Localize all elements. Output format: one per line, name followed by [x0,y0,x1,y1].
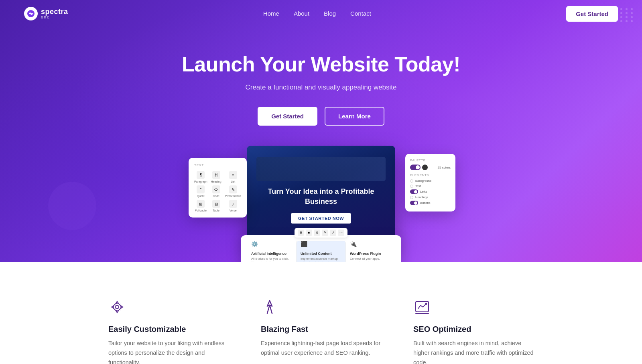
panel-grid: ¶ Paragraph H Heading ≡ List " Quote <> [194,171,241,212]
feature-desc-customizable: Tailor your website to your liking with … [108,339,229,364]
feature-desc-fast: Experience lightning-fast page load spee… [261,339,381,358]
hero-content: Launch Your Website Today! Create a func… [182,52,460,146]
panel-item: ¶ Paragraph [194,171,207,183]
hero-title: Launch Your Website Today! [182,52,460,76]
panel-item: ♪ Verse [225,200,241,212]
nav-link-contact[interactable]: Contact [350,10,371,17]
svg-point-8 [425,303,427,305]
feature-block-seo: SEO Optimized Built with search engines … [413,298,534,364]
feature-desc-seo: Built with search engines in mind, achie… [413,339,534,364]
hero-learn-more-button[interactable]: Learn More [325,107,384,126]
panel-item: ⊞ Pullquote [194,200,207,212]
bottom-toolbar: ⊞ ■ ⊛ ✎ ↗ ⋯ [295,228,347,238]
logo-text: spectra one [41,8,68,19]
panel-item: ✎ Preformatted [225,185,241,197]
feature-title-customizable: Easily Customizable [108,325,186,334]
logo-icon [24,7,38,20]
content-icon: ⬛ [301,241,309,250]
panel-item: <> Code [210,185,223,197]
panel-item: H Heading [210,171,223,183]
feature-title-fast: Blazing Fast [261,325,308,334]
navbar: spectra one Home About Blog Contact Get … [0,0,642,27]
screenshot-bottom-strip: ⊞ ■ ⊛ ✎ ↗ ⋯ ⚙️ Artificial Intelligence A… [241,235,401,262]
screenshot-main-cta[interactable]: GET STARTED NOW [291,213,351,224]
feature-card-plugin: 🔌 WordPress Plugin Connect all your apps… [346,241,395,262]
panel-item: ≡ List [225,171,241,183]
svg-point-1 [30,13,32,14]
hero-get-started-button[interactable]: Get Started [258,107,317,126]
feature-block-fast: Blazing Fast Experience lightning-fast p… [261,298,381,364]
nav-link-about[interactable]: About [294,10,309,17]
toggle-on [410,165,421,170]
panel-item: " Quote [194,185,207,197]
features-section: Easily Customizable Tailor your website … [0,262,642,364]
feature-card-content: ⬛ Unlimited Content Implement accurate m… [297,241,346,262]
nav-link-home[interactable]: Home [263,10,279,17]
screenshot-left-panel: TEXT ¶ Paragraph H Heading ≡ List " Quot… [189,158,247,218]
panel-item: ⊟ Table [210,200,223,212]
hero-section: Launch Your Website Today! Create a func… [0,0,642,262]
seo-icon [413,298,431,316]
nav-link-blog[interactable]: Blog [324,10,336,17]
fast-icon [261,298,278,316]
ai-icon: ⚙️ [251,241,260,250]
hero-subtitle: Create a functional and visually appeali… [182,83,460,92]
decoration-circle [48,182,96,230]
logo-link[interactable]: spectra one [24,7,68,20]
screenshot-main-title: Turn Your Idea into a Profitable Busines… [256,187,386,207]
nav-get-started-button[interactable]: Get Started [566,6,618,22]
hero-screenshots: Turn Your Idea into a Profitable Busines… [217,146,425,262]
nav-links: Home About Blog Contact [263,10,371,17]
feature-card-ai: ⚙️ Artificial Intelligence All it takes … [247,241,297,262]
plugin-icon: 🔌 [350,241,359,250]
feature-title-seo: SEO Optimized [413,325,471,334]
feature-block-customizable: Easily Customizable Tailor your website … [108,298,229,364]
toggle-off [422,165,428,170]
screenshot-right-panel: PALETTE 25 colors ELEMENTS Background Te… [405,154,455,211]
svg-point-2 [116,305,119,309]
hero-buttons: Get Started Learn More [182,107,460,126]
customizable-icon [108,298,126,316]
